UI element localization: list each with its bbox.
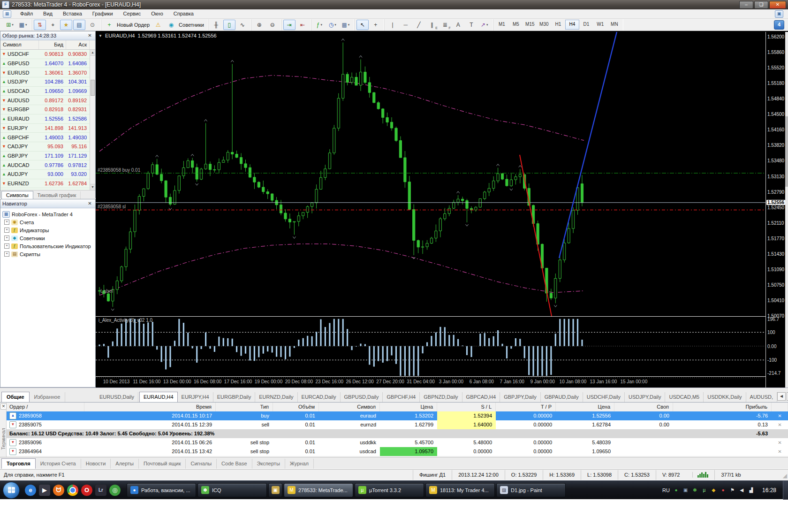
- scroll-thumb[interactable]: [91, 80, 95, 96]
- expand-icon[interactable]: +: [4, 251, 9, 257]
- order-row[interactable]: ▲238590582014.01.15 10:17buy0.01euraud1.…: [7, 411, 788, 421]
- terminal-tab-Почтовый ящик[interactable]: Почтовый ящик: [139, 459, 186, 469]
- terminal-column-10[interactable]: Прибыль: [673, 403, 772, 411]
- close-order-icon[interactable]: ✕: [772, 411, 788, 420]
- scroll-down-icon[interactable]: ▼: [90, 184, 95, 190]
- market-watch-row[interactable]: ▲GBPJPY171.109171.129: [0, 152, 95, 161]
- terminal-tab-Торговля[interactable]: Торговля: [1, 458, 36, 469]
- menu-item-Вставка[interactable]: Вставка: [58, 9, 87, 18]
- ie-icon[interactable]: e: [25, 485, 36, 496]
- screenshot-tray-icon[interactable]: ▣: [682, 487, 689, 493]
- terminal-column-8[interactable]: Цена: [556, 403, 614, 411]
- chrome-icon[interactable]: [67, 485, 78, 496]
- line-chart-icon[interactable]: ∿: [236, 20, 249, 30]
- maximize-button[interactable]: ❏: [754, 1, 768, 9]
- new-order-icon[interactable]: +: [103, 20, 115, 30]
- terminal-column-3[interactable]: Объём: [273, 403, 319, 411]
- expand-icon[interactable]: +: [4, 228, 9, 233]
- timeframe-M30[interactable]: M30: [537, 20, 551, 30]
- new-order-icon-label[interactable]: Новый Ордер: [117, 22, 150, 28]
- price-chart[interactable]: #23859058 buy 0.01#23859058 slLabeli_Ale…: [96, 32, 765, 387]
- terminal-column-6[interactable]: S / L: [437, 403, 496, 411]
- chart-scrollbar[interactable]: [785, 32, 788, 388]
- collapse-icon[interactable]: ▼: [98, 34, 102, 38]
- market-watch-row[interactable]: ▲EURAUD1.525561.52586: [0, 114, 95, 124]
- zoom-out-icon[interactable]: ⊖: [266, 20, 279, 30]
- taskbar-window-278533: MetaTrade...[interactable]: M278533: MetaTrade...: [284, 483, 353, 497]
- menu-item-Сервис[interactable]: Сервис: [118, 9, 146, 18]
- start-button[interactable]: [3, 482, 20, 499]
- timeframe-MN[interactable]: MN: [607, 20, 621, 30]
- timeframe-M15[interactable]: M15: [523, 20, 537, 30]
- chart-tab-EURGBP,Daily[interactable]: EURGBP,Daily: [213, 392, 256, 402]
- chart-tab-EURUSD,Daily[interactable]: EURUSD,Daily: [96, 392, 138, 402]
- market-watch-row[interactable]: ▼EURUSD1.360611.36070: [0, 68, 95, 77]
- network-icon[interactable]: ▟: [748, 487, 754, 493]
- chart-tab-GBPJPY,Daily[interactable]: GBPJPY,Daily: [500, 392, 541, 402]
- zoom-in-icon[interactable]: ⊕: [253, 20, 265, 30]
- terminal-column-9[interactable]: Своп: [614, 403, 673, 411]
- expert-advisors-icon[interactable]: ◉: [165, 20, 177, 30]
- chart-tab-GBPUSD,Daily[interactable]: GBPUSD,Daily: [341, 392, 383, 402]
- show-desktop-button[interactable]: [783, 481, 788, 500]
- chart-tab-GBPCHF,H4[interactable]: GBPCHF,H4: [383, 392, 420, 402]
- market-watch-column-1[interactable]: Бид: [39, 40, 66, 49]
- chart-window[interactable]: ▼ EURAUD,H4 1.52969 1.53161 1.52474 1.52…: [96, 31, 788, 388]
- taskbar-window-item[interactable]: ▣: [268, 483, 282, 497]
- taskbar-clock[interactable]: 16:28: [758, 487, 781, 494]
- chart-tab-AUDUSD,[interactable]: AUDUSD,: [746, 392, 778, 402]
- expand-icon[interactable]: +: [4, 236, 9, 241]
- bar-chart-icon[interactable]: ╫: [210, 20, 222, 30]
- chart-tab-GBPAUD,Daily[interactable]: GBPAUD,Daily: [541, 392, 583, 402]
- taskbar-window-18113: My Trader 4...[interactable]: M18113: My Trader 4...: [425, 483, 495, 497]
- expert-advisors-icon-label[interactable]: Советники: [179, 22, 204, 28]
- terminal-tab-Новости[interactable]: Новости: [81, 459, 111, 469]
- order-row[interactable]: ▼238590962014.01.15 06:26sell stop0.01us…: [7, 438, 788, 448]
- terminal-column-11[interactable]: [772, 403, 788, 411]
- market-watch-icon[interactable]: ⇅: [34, 20, 46, 30]
- scroll-up-icon[interactable]: ▲: [90, 50, 95, 56]
- chart-tab-USDJPY,Daily[interactable]: USDJPY,Daily: [625, 392, 666, 402]
- market-watch-row[interactable]: ▼EURJPY141.898141.913: [0, 124, 95, 133]
- terminal-column-2[interactable]: Тип: [216, 403, 273, 411]
- taskbar-window-ICQ[interactable]: ✽ICQ: [197, 483, 267, 497]
- market-watch-row[interactable]: ▼NZDJPY87.17487.199: [0, 188, 95, 190]
- action-center-icon[interactable]: ⚑: [729, 487, 735, 493]
- close-order-icon[interactable]: ✕: [772, 420, 788, 429]
- arrows-icon[interactable]: ↗▾: [478, 20, 491, 30]
- taskbar-window-Работа, вакансии, ...[interactable]: ●Работа, вакансии, ...: [127, 483, 196, 497]
- horizontal-line-icon[interactable]: ─: [400, 20, 412, 30]
- menu-item-Файл[interactable]: Файл: [15, 9, 38, 18]
- market-watch-row[interactable]: ▲GBPUSD1.640701.64086: [0, 59, 95, 68]
- chart-tab-USDDKK,Daily[interactable]: USDDKK,Daily: [704, 392, 746, 402]
- close-icon[interactable]: ✕: [0, 403, 7, 410]
- navigator-tab-Общие[interactable]: Общие: [1, 392, 30, 402]
- navigator-item-Скрипты[interactable]: +▤Скрипты: [0, 250, 95, 258]
- timeframe-H1[interactable]: H1: [551, 20, 565, 30]
- market-watch-row[interactable]: ▼EURGBP0.829180.82931: [0, 105, 95, 114]
- close-icon[interactable]: ✕: [86, 32, 93, 39]
- text-icon[interactable]: A: [452, 20, 464, 30]
- close-order-icon[interactable]: ✕: [772, 447, 788, 456]
- candlestick-chart-icon[interactable]: ▯: [223, 20, 235, 30]
- strategy-tester-icon[interactable]: ⊙: [86, 20, 98, 30]
- chart-tab-EURJPY,H4[interactable]: EURJPY,H4: [178, 392, 213, 402]
- navigator-tab-Избранное[interactable]: Избранное: [30, 392, 66, 402]
- terminal-tab-Журнал[interactable]: Журнал: [285, 459, 314, 469]
- templates-icon[interactable]: ▩▾: [340, 20, 352, 30]
- market-watch-row[interactable]: ▲AUDJPY93.00093.020: [0, 170, 95, 179]
- data-window-icon[interactable]: ⌖: [47, 20, 59, 30]
- timeframe-H4[interactable]: H4: [565, 20, 579, 30]
- terminal-icon[interactable]: ▤: [73, 20, 85, 30]
- market-watch-row[interactable]: ▲AUDCAD0.977860.97812: [0, 160, 95, 170]
- lightroom-icon[interactable]: Lr: [95, 485, 106, 496]
- app-green-tray-icon[interactable]: ●: [673, 487, 679, 493]
- navigator-item-Пользовательские Индикатор[interactable]: +ƒПользовательские Индикатор: [0, 242, 95, 250]
- market-watch-row[interactable]: ▼USDCHF0.908130.90830: [0, 50, 95, 59]
- market-watch-row[interactable]: ▼EURNZD1.627361.62784: [0, 179, 95, 189]
- media-player-icon[interactable]: ▶: [39, 485, 50, 496]
- chart-tab-USDCHF,Daily[interactable]: USDCHF,Daily: [583, 392, 625, 402]
- close-button[interactable]: ✕: [769, 1, 786, 9]
- terminal-tab-История Счета[interactable]: История Счета: [36, 459, 81, 469]
- terminal-column-4[interactable]: Символ: [319, 403, 380, 411]
